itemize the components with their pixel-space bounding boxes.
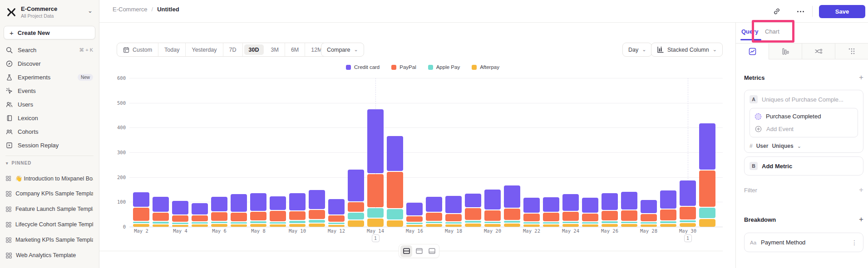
bar-segment[interactable] <box>309 190 325 209</box>
bar-segment[interactable] <box>211 224 227 227</box>
bar-group[interactable] <box>699 123 715 227</box>
bar-group[interactable] <box>133 192 149 227</box>
bar-segment[interactable] <box>211 222 227 223</box>
pinned-item-intro[interactable]: 👋 Introduction to Mixpanel Boards <box>0 171 99 186</box>
bar-segment[interactable] <box>680 220 696 223</box>
bar-segment[interactable] <box>641 200 657 213</box>
bar-segment[interactable] <box>328 199 345 215</box>
bar-segment[interactable] <box>426 224 442 227</box>
bar-segment[interactable] <box>367 219 384 227</box>
bar-group[interactable] <box>406 203 423 227</box>
bar-group[interactable] <box>192 203 208 227</box>
date-range-custom[interactable]: Custom <box>117 43 158 56</box>
bar-group[interactable] <box>504 185 520 227</box>
sidebar-item-discover[interactable]: Discover <box>0 57 99 70</box>
bar-segment[interactable] <box>387 136 403 171</box>
bar-segment[interactable] <box>153 213 169 221</box>
bar-segment[interactable] <box>231 194 247 212</box>
bar-segment[interactable] <box>641 224 657 227</box>
legend-item-credit-card[interactable]: Credit card <box>346 64 380 70</box>
sidebar-item-cohorts[interactable]: Cohorts <box>0 125 99 138</box>
add-event-row[interactable]: Add Event <box>755 126 853 132</box>
layout-split-view-button[interactable] <box>400 245 412 257</box>
bar-group[interactable] <box>562 194 579 227</box>
bar-segment[interactable] <box>582 224 598 227</box>
pinned-item-web-analytics[interactable]: Web Analytics Template <box>0 248 99 263</box>
bar-segment[interactable] <box>328 215 345 222</box>
bar-segment[interactable] <box>426 197 442 212</box>
bar-segment[interactable] <box>660 190 676 209</box>
bar-segment[interactable] <box>250 193 266 211</box>
add-breakdown-plus-icon[interactable]: + <box>859 215 863 224</box>
bar-segment[interactable] <box>445 224 462 227</box>
bar-segment[interactable] <box>192 222 208 224</box>
bar-segment[interactable] <box>621 192 637 210</box>
chart-type-dropdown[interactable]: Stacked Column ⌄ <box>651 43 723 57</box>
bar-segment[interactable] <box>406 225 423 227</box>
bar-segment[interactable] <box>562 212 579 221</box>
bar-segment[interactable] <box>192 203 208 214</box>
bar-segment[interactable] <box>309 220 325 223</box>
bar-group[interactable] <box>465 194 481 227</box>
bar-segment[interactable] <box>562 222 579 223</box>
bar-segment[interactable] <box>680 180 696 205</box>
bar-segment[interactable] <box>660 224 676 227</box>
bar-group[interactable] <box>153 197 169 227</box>
bar-segment[interactable] <box>231 224 247 227</box>
bar-segment[interactable] <box>309 224 325 227</box>
bar-group[interactable] <box>660 190 676 227</box>
bar-segment[interactable] <box>270 224 286 227</box>
date-range-yesterday[interactable]: Yesterday <box>186 43 223 56</box>
bar-segment[interactable] <box>523 222 540 224</box>
metric-a-name-row[interactable]: A Uniques of Purchase Comple... <box>750 95 858 103</box>
bar-segment[interactable] <box>289 193 306 210</box>
bar-segment[interactable] <box>602 224 618 227</box>
bar-segment[interactable] <box>211 197 227 211</box>
bar-segment[interactable] <box>426 213 442 221</box>
report-title[interactable]: Untitled <box>157 6 179 13</box>
sidebar-item-experiments[interactable]: Experiments New <box>0 70 99 84</box>
bar-segment[interactable] <box>172 201 188 214</box>
layout-chart-only-button[interactable] <box>413 245 425 257</box>
pinned-item-marketing-kpis[interactable]: Marketing KPIs Sample Template <box>0 232 99 248</box>
bar-segment[interactable] <box>270 222 286 224</box>
bar-segment[interactable] <box>621 210 637 221</box>
tab-flows-icon[interactable] <box>802 44 835 59</box>
bar-segment[interactable] <box>504 224 520 227</box>
pinned-item-feature-launch[interactable]: Feature Launch Sample Template <box>0 201 99 217</box>
bar-segment[interactable] <box>367 109 384 173</box>
compare-button[interactable]: Compare ⌄ <box>321 43 364 57</box>
date-range-today[interactable]: Today <box>158 43 186 56</box>
bar-segment[interactable] <box>465 224 481 227</box>
bar-segment[interactable] <box>270 196 286 210</box>
bar-group[interactable] <box>270 196 286 227</box>
legend-item-apple-pay[interactable]: Apple Pay <box>428 64 460 70</box>
bar-segment[interactable] <box>406 223 423 224</box>
tab-insights-icon[interactable] <box>736 44 769 59</box>
granularity-dropdown[interactable]: Day ⌄ <box>622 43 652 57</box>
bar-segment[interactable] <box>680 207 696 219</box>
bar-segment[interactable] <box>367 174 384 207</box>
bar-segment[interactable] <box>562 194 579 211</box>
bar-group[interactable] <box>211 197 227 227</box>
create-new-button[interactable]: + Create New <box>4 26 95 39</box>
more-options-icon[interactable] <box>795 6 805 16</box>
bar-segment[interactable] <box>211 212 227 221</box>
add-filter-plus-icon[interactable]: + <box>859 185 863 195</box>
bar-segment[interactable] <box>348 213 364 219</box>
sidebar-item-events[interactable]: Events <box>0 84 99 97</box>
bar-group[interactable] <box>348 170 364 227</box>
bar-segment[interactable] <box>484 222 501 223</box>
bar-group[interactable] <box>328 199 345 227</box>
bar-segment[interactable] <box>348 202 364 212</box>
annotation-badge[interactable]: 1 <box>684 234 692 242</box>
bar-segment[interactable] <box>465 194 481 208</box>
bar-segment[interactable] <box>699 123 715 170</box>
bar-group[interactable] <box>172 201 188 227</box>
bar-group[interactable] <box>641 200 657 227</box>
bar-group[interactable] <box>543 197 559 227</box>
copy-link-icon[interactable] <box>772 6 782 16</box>
bar-segment[interactable] <box>621 222 637 223</box>
bar-segment[interactable] <box>348 170 364 202</box>
date-range-6m[interactable]: 6M <box>285 43 305 56</box>
